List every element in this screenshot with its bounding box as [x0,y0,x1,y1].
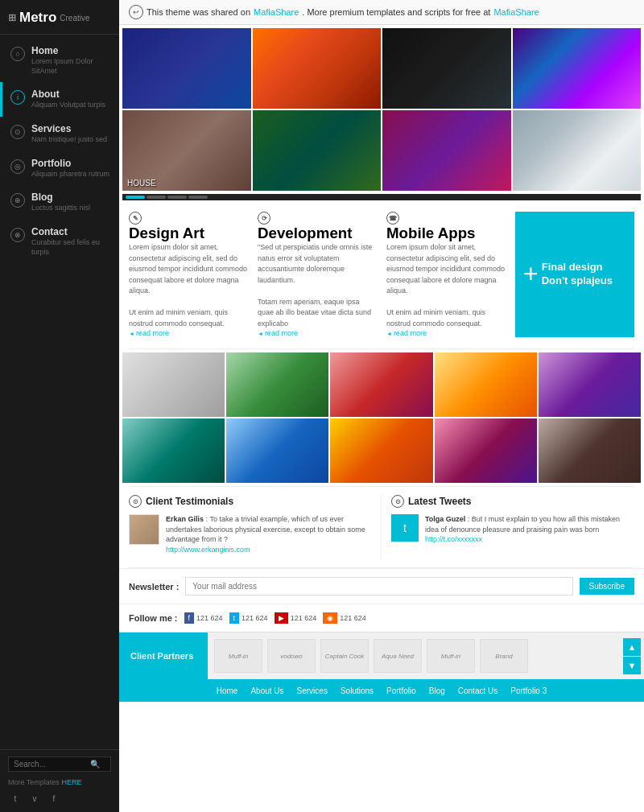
slider-dot-3[interactable] [167,196,187,199]
sidebar-item-about[interactable]: i About Aliquam Volutpat turpis [0,82,119,117]
facebook-icon[interactable]: f [47,791,61,806]
newsletter-subscribe-button[interactable]: Subscribe [580,578,634,595]
gallery-cell-label: HOUSE [127,179,156,188]
slider-dot-1[interactable] [126,196,145,199]
development-read-more[interactable]: read more [258,329,377,337]
mobile-apps-read-more[interactable]: read more [386,329,506,337]
follow-label: Follow me : [129,613,178,623]
partner-logo-6: Brand [480,639,528,673]
port-cell-1[interactable] [122,352,225,417]
home-icon: ○ [10,47,25,61]
testimonial-item: Erkan Gilis : To take a trivial example,… [129,514,371,554]
port-cell-7[interactable] [226,418,328,483]
newsletter-row: Newsletter : Subscribe [119,568,644,604]
tweet-name: Tolga Guzel [425,515,465,523]
testimonials-col: ⊙ Client Testimonials Erkan Gilis : To t… [129,495,382,559]
port-cell-3[interactable] [330,352,432,417]
testimonial-avatar [129,514,159,545]
slider-indicator [122,194,641,200]
search-input[interactable] [14,760,90,769]
port-cell-10[interactable] [539,418,641,483]
more-templates-link[interactable]: HERE [61,778,81,786]
rss-follow-icon[interactable]: ◉ [323,612,337,624]
gallery-cell-8[interactable] [513,110,642,191]
testimonials-tweets-section: ⊙ Client Testimonials Erkan Gilis : To t… [119,487,644,567]
content-area: HOUSE ✎ Design Art [119,25,644,812]
partners-prev-button[interactable]: ▲ [623,638,641,656]
divider-1 [129,348,634,349]
port-cell-6[interactable] [122,418,225,483]
gallery-cell-6[interactable] [253,110,382,191]
facebook-follow-icon[interactable]: f [184,612,195,624]
topbar-link2[interactable]: MafiaShare [493,7,539,17]
footer-nav-portfolio[interactable]: Portfolio [386,686,416,695]
design-art-icon: ✎ [129,212,142,225]
sidebar-item-contact[interactable]: ⊗ Contact Curabitur sed felis eu turpis [0,220,119,263]
footer-nav-about[interactable]: About Us [250,686,283,695]
port-cell-4[interactable] [435,352,537,417]
footer-nav-contact[interactable]: Contact Us [458,686,497,695]
follow-row: Follow me : f 121 624 t 121 624 ▶ 121 62… [119,604,644,632]
notification-bar: ↩ This theme was shared on MafiaShare . … [119,0,644,25]
youtube-count: 121 624 [291,614,317,622]
footer-nav-services[interactable]: Services [297,686,328,695]
blog-icon: ⊕ [10,193,25,208]
partner-logo-4: Aqua Need [374,639,422,673]
youtube-follow-icon[interactable]: ▶ [275,612,288,624]
port-cell-2[interactable] [226,352,328,417]
port-cell-9[interactable] [435,418,537,483]
partners-logos: Muff-in vodowo Captain Cook Aqua Need Mu… [208,636,623,676]
logo-grid-icon: ⊞ [8,12,16,23]
footer-nav-portfolio3[interactable]: Portfolio 3 [510,686,547,695]
testimonial-link[interactable]: http://www.erkanginis.com [166,546,250,554]
services-section: ✎ Design Art Lorem ipsum dolor sit amet,… [119,200,644,348]
search-bar[interactable]: 🔍 [8,756,111,772]
follow-rss: ◉ 121 624 [323,612,366,624]
search-button[interactable]: 🔍 [90,760,100,769]
final-design-title: Final designDon't splajeus [542,261,613,288]
partners-label: Client Partners [119,633,208,679]
vimeo-icon[interactable]: v [27,791,42,806]
port-cell-8[interactable] [330,418,432,483]
newsletter-input[interactable] [185,577,572,596]
footer-nav-solutions[interactable]: Solutions [341,686,374,695]
sidebar-item-services[interactable]: ⊙ Services Nam tristique! justo sed [0,117,119,151]
twitter-icon[interactable]: t [8,791,23,806]
gallery-cell-2[interactable] [253,28,382,109]
partners-next-button[interactable]: ▼ [623,657,641,674]
gallery-cell-5[interactable]: HOUSE [122,110,251,191]
sidebar-item-portfolio[interactable]: ◎ Portfolio Aliquam pharetra rutrum [0,151,119,186]
service-design-art-title: ✎ Design Art [129,212,248,242]
topbar-link1[interactable]: MafiaShare [254,7,299,17]
service-mobile-apps: ☎ Mobile Apps Lorem ipsum dolor sit amet… [386,212,506,337]
tweet-bird-icon: t [391,514,419,542]
tweets-title: ⊙ Latest Tweets [391,495,634,508]
gallery-cell-1[interactable] [122,28,251,109]
testimonials-icon: ⊙ [129,495,142,508]
twitter-follow-icon[interactable]: t [229,612,240,624]
footer-nav-blog[interactable]: Blog [429,686,445,695]
port-cell-5[interactable] [539,352,641,417]
design-art-read-more[interactable]: read more [129,329,248,337]
tweet-text: Tolga Guzel : But I must explain to you … [425,514,634,545]
tweet-link[interactable]: http://t.co/xxxxxxx [425,535,482,543]
gallery-cell-3[interactable] [382,28,511,109]
partner-logo-3: Captain Cook [320,639,369,673]
sidebar-item-blog[interactable]: ⊕ Blog Luctus sagittis nisl [0,185,119,220]
main-content: ↩ This theme was shared on MafiaShare . … [119,0,644,812]
portfolio-icon: ◎ [10,159,25,174]
testimonial-text: Erkan Gilis : To take a trivial example,… [166,514,371,554]
testimonials-title: ⊙ Client Testimonials [129,495,371,508]
sidebar: ⊞ Metro Creative ○ Home Lorem Ipsum Dolo… [0,0,119,812]
gallery-cell-4[interactable] [513,28,642,109]
facebook-count: 121 624 [196,614,223,622]
partners-nav-arrows: ▲ ▼ [623,638,644,674]
slider-dot-4[interactable] [188,196,208,199]
service-mobile-apps-title: ☎ Mobile Apps [386,212,506,242]
footer-nav-home[interactable]: Home [217,686,238,695]
sidebar-item-home[interactable]: ○ Home Lorem Ipsum Dolor SitAmet [0,39,119,82]
services-icon: ⊙ [10,125,25,139]
gallery-cell-7[interactable] [382,110,511,191]
slider-dot-2[interactable] [147,196,166,199]
contact-icon: ⊗ [10,228,25,242]
